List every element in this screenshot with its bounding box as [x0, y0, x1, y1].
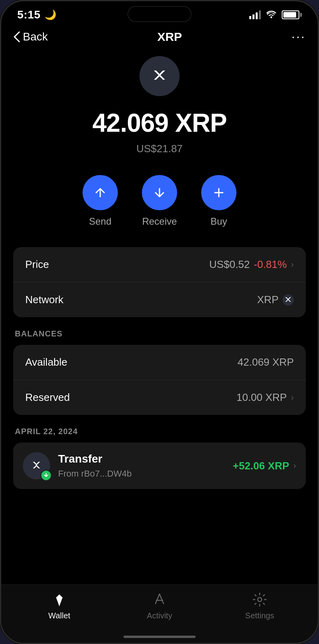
buy-label: Buy	[210, 216, 227, 227]
price-network-card: Price US$0.52 -0.81% › Network XRP	[13, 247, 306, 317]
price-change: -0.81%	[254, 258, 287, 271]
network-row: Network XRP	[13, 282, 306, 317]
activity-tab-label: Activity	[147, 611, 172, 620]
status-time: 5:15	[17, 8, 40, 21]
tab-settings[interactable]: Settings	[210, 591, 310, 620]
tx-icon-wrap	[23, 452, 50, 479]
reserved-label: Reserved	[25, 391, 70, 404]
tx-details: Transfer From rBo7...DW4b	[58, 453, 225, 479]
wifi-icon	[266, 10, 277, 20]
receive-action: Receive	[142, 175, 177, 227]
tx-subtitle: From rBo7...DW4b	[58, 469, 225, 479]
page-title: XRP	[157, 30, 182, 44]
available-value: 42.069 XRP	[238, 356, 294, 368]
tx-receive-badge	[40, 470, 52, 481]
svg-point-3	[258, 598, 262, 602]
available-row: Available 42.069 XRP	[13, 345, 306, 380]
balances-section-header: BALANCES	[13, 329, 306, 338]
home-indicator-bar	[123, 636, 196, 638]
network-value: XRP	[257, 294, 279, 306]
date-separator: APRIL 22, 2024	[13, 427, 306, 436]
send-label: Send	[89, 216, 111, 227]
available-label: Available	[25, 356, 67, 368]
reserved-value: 10.00 XRP	[236, 391, 287, 404]
activity-icon	[151, 591, 168, 608]
coin-icon-wrapper	[13, 56, 306, 96]
network-label: Network	[25, 294, 63, 306]
action-buttons: Send Receive Buy	[13, 175, 306, 227]
dynamic-island	[127, 6, 192, 22]
send-button[interactable]	[83, 175, 118, 210]
xrp-coin-icon	[139, 56, 180, 96]
price-row[interactable]: Price US$0.52 -0.81% ›	[13, 247, 306, 282]
transaction-item[interactable]: Transfer From rBo7...DW4b +52.06 XRP ›	[13, 443, 306, 489]
tab-wallet[interactable]: Wallet	[9, 591, 109, 620]
receive-label: Receive	[142, 216, 177, 227]
wallet-tab-label: Wallet	[48, 611, 71, 620]
price-label: Price	[25, 258, 49, 271]
tx-amount-wrap: +52.06 XRP ›	[233, 460, 296, 472]
balances-card: Available 42.069 XRP Reserved 10.00 XRP …	[13, 345, 306, 415]
wallet-icon	[51, 591, 68, 608]
buy-action: Buy	[201, 175, 236, 227]
send-action: Send	[83, 175, 118, 227]
price-value: US$0.52	[209, 258, 250, 271]
price-chevron-icon: ›	[291, 260, 294, 270]
settings-icon	[251, 591, 268, 608]
moon-icon: 🌙	[44, 9, 57, 20]
balance-primary: 42.069 XRP	[13, 108, 306, 138]
tab-activity[interactable]: Activity	[109, 591, 210, 620]
reserved-row[interactable]: Reserved 10.00 XRP ›	[13, 380, 306, 415]
battery-icon	[282, 10, 302, 19]
tx-amount: +52.06 XRP	[233, 460, 289, 472]
network-xrp-icon	[283, 294, 294, 306]
reserved-chevron-icon: ›	[291, 392, 294, 403]
balance-secondary: US$21.87	[13, 143, 306, 155]
home-indicator	[1, 632, 318, 643]
tx-title: Transfer	[58, 453, 225, 465]
back-button[interactable]: Back	[13, 30, 48, 43]
main-content: 42.069 XRP US$21.87 Send	[1, 52, 318, 584]
receive-button[interactable]	[142, 175, 177, 210]
buy-button[interactable]	[201, 175, 236, 210]
signal-icon	[249, 10, 261, 19]
settings-tab-label: Settings	[245, 611, 274, 620]
tx-chevron-icon: ›	[293, 461, 296, 471]
nav-header: Back XRP ···	[1, 25, 318, 52]
tab-bar: Wallet Activity Settings	[1, 584, 318, 632]
more-button[interactable]: ···	[291, 29, 306, 44]
